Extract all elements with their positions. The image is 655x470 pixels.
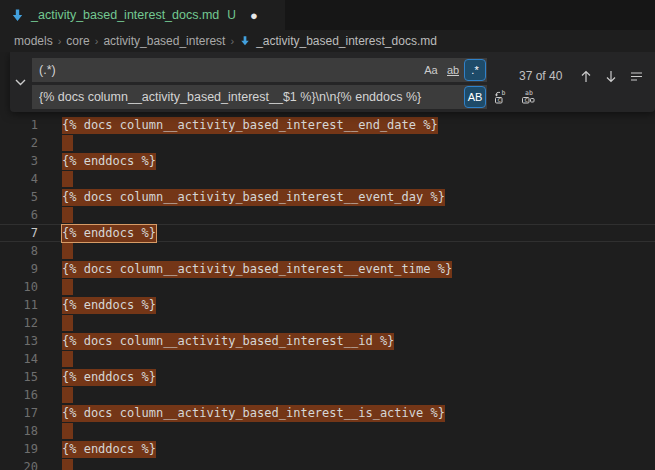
close-find-button[interactable] [651,66,655,86]
replace-icon: b c [492,89,508,105]
code-line[interactable]: 11{% enddocs %} [0,296,655,314]
replace-action-buttons: b c ab c [489,86,539,108]
arrow-down-icon [605,70,617,83]
code-line[interactable]: 4 [0,170,655,188]
code-line[interactable]: 18 [0,422,655,440]
code-line[interactable]: 16 [0,386,655,404]
selection-lines-icon [630,71,643,82]
code-line[interactable]: 12 [0,314,655,332]
replace-row: AB [32,85,487,109]
breadcrumb-item-models[interactable]: models [14,34,53,48]
match-highlight-text: {% enddocs %} [62,153,156,170]
code-line[interactable]: 13{% docs column__activity_based_interes… [0,332,655,350]
line-number[interactable]: 12 [0,316,48,330]
next-match-button[interactable] [601,66,621,86]
line-number[interactable]: 10 [0,280,48,294]
code-line[interactable]: 3{% enddocs %} [0,152,655,170]
empty-match-highlight [62,459,73,470]
code-line[interactable]: 10 [0,278,655,296]
find-nav-buttons [576,66,655,86]
find-input-box: Aa ab .* [32,58,487,82]
line-number[interactable]: 18 [0,424,48,438]
preserve-case-icon: AB [468,91,483,103]
find-in-selection-button[interactable] [626,66,646,86]
line-number[interactable]: 7 [0,226,48,240]
svg-text:b: b [502,89,506,97]
breadcrumb-markdown-icon [239,35,251,47]
breadcrumb-separator: › [230,35,234,47]
empty-match-highlight [62,423,73,439]
regex-toggle[interactable]: .* [465,60,485,80]
line-number[interactable]: 13 [0,334,48,348]
empty-match-highlight [62,243,73,259]
find-replace-widget: Aa ab .* 37 of 40 [10,52,655,112]
line-number[interactable]: 5 [0,190,48,204]
git-status-badge: U [227,8,236,22]
code-line[interactable]: 19{% enddocs %} [0,440,655,458]
code-line[interactable]: 14 [0,350,655,368]
match-highlight-text: {% docs column__activity_based_interest_… [62,189,445,206]
empty-match-highlight [62,207,73,223]
empty-match-highlight [62,387,73,403]
line-number[interactable]: 2 [0,136,48,150]
empty-match-highlight [62,171,73,187]
code-line[interactable]: 7{% enddocs %} [0,224,655,242]
code-line[interactable]: 8 [0,242,655,260]
code-line[interactable]: 15{% enddocs %} [0,368,655,386]
find-input[interactable] [32,58,487,82]
replace-all-icon: ab c [520,89,536,105]
regex-icon: .* [471,64,478,76]
match-highlight-text: {% enddocs %} [62,441,156,458]
match-highlight-text: {% docs column__activity_based_interest_… [62,333,394,350]
previous-match-button[interactable] [576,66,596,86]
tab-bar: _activity_based_interest_docs.md U ● [0,0,655,30]
match-highlight-text: {% enddocs %} [62,369,156,386]
editor-tab[interactable]: _activity_based_interest_docs.md U ● [0,0,285,30]
breadcrumb-separator: › [58,35,62,47]
markdown-file-icon [10,8,25,23]
line-number[interactable]: 3 [0,154,48,168]
line-number[interactable]: 9 [0,262,48,276]
line-number[interactable]: 8 [0,244,48,258]
line-number[interactable]: 16 [0,388,48,402]
code-line[interactable]: 17{% docs column__activity_based_interes… [0,404,655,422]
replace-button[interactable]: b c [489,86,511,108]
match-highlight-text: {% docs column__activity_based_interest_… [62,405,445,422]
whole-word-icon: ab [447,65,459,76]
modified-dot-icon[interactable]: ● [250,9,258,22]
find-row: Aa ab .* 37 of 40 [32,58,487,82]
replace-all-button[interactable]: ab c [517,86,539,108]
code-line[interactable]: 20 [0,458,655,470]
match-case-icon: Aa [424,64,437,76]
empty-match-highlight [62,315,73,331]
match-highlight-text: {% docs column__activity_based_interest_… [62,117,438,134]
line-number[interactable]: 1 [0,118,48,132]
toggle-replace-button[interactable] [10,52,30,112]
chevron-down-icon [15,79,26,86]
preserve-case-toggle[interactable]: AB [465,87,485,107]
code-line[interactable]: 6 [0,206,655,224]
line-number[interactable]: 19 [0,442,48,456]
match-case-toggle[interactable]: Aa [421,60,441,80]
code-line[interactable]: 2 [0,134,655,152]
whole-word-toggle[interactable]: ab [443,60,463,80]
line-number[interactable]: 4 [0,172,48,186]
line-number[interactable]: 20 [0,460,48,470]
match-highlight-text: {% docs column__activity_based_interest_… [62,261,452,278]
line-number[interactable]: 17 [0,406,48,420]
line-number[interactable]: 14 [0,352,48,366]
replace-input[interactable] [32,85,487,109]
empty-match-highlight [62,351,73,367]
line-number[interactable]: 11 [0,298,48,312]
breadcrumb-item-activity_based_interest[interactable]: activity_based_interest [103,34,225,48]
breadcrumb-file[interactable]: _activity_based_interest_docs.md [256,34,437,48]
code-line[interactable]: 1{% docs column__activity_based_interest… [0,116,655,134]
code-line[interactable]: 9{% docs column__activity_based_interest… [0,260,655,278]
code-line[interactable]: 5{% docs column__activity_based_interest… [0,188,655,206]
line-number[interactable]: 6 [0,208,48,222]
code-area: 1{% docs column__activity_based_interest… [0,52,655,470]
breadcrumb-separator: › [95,35,99,47]
line-number[interactable]: 15 [0,370,48,384]
breadcrumb-item-core[interactable]: core [66,34,89,48]
tab-filename: _activity_based_interest_docs.md [31,8,219,22]
